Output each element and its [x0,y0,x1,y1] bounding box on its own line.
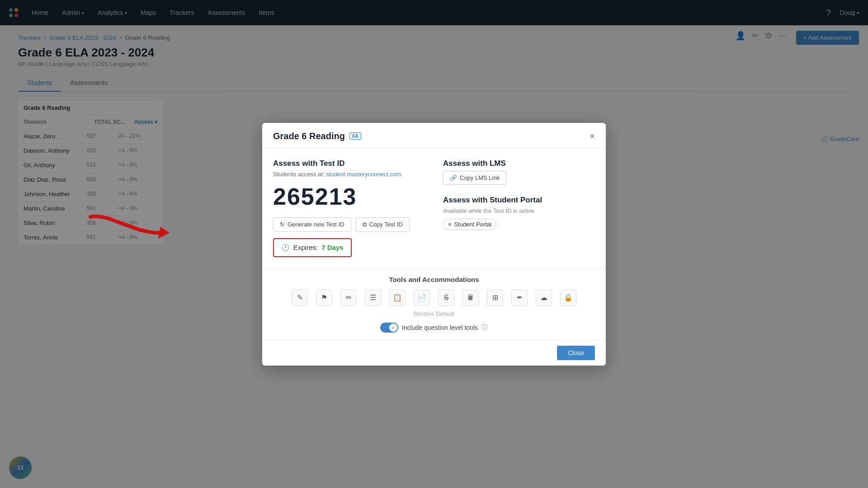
modal-overlay[interactable]: Grade 6 Reading FA × Assess with Test ID… [0,0,868,25]
